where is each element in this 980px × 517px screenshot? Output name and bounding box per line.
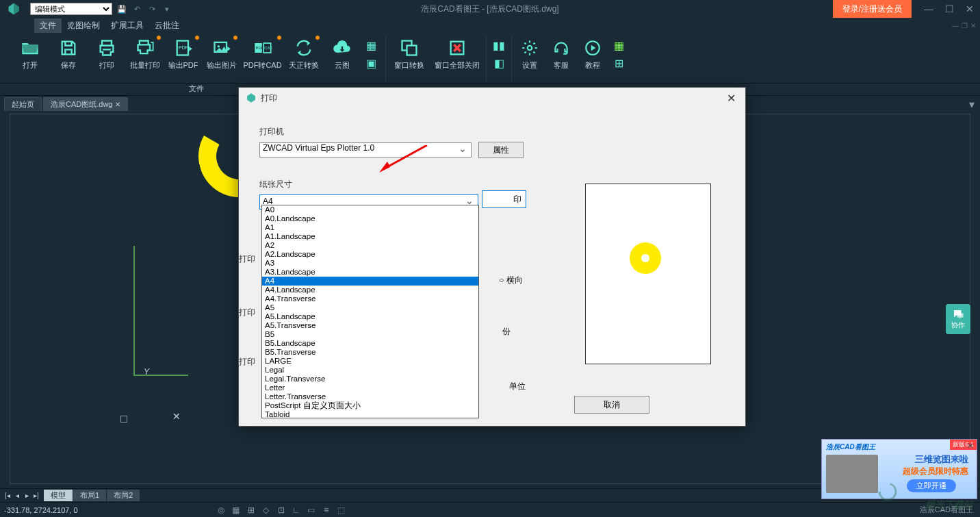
ribbon-export-image[interactable]: 输出图片 xyxy=(203,36,240,73)
printer-section-label: 打印机 xyxy=(259,126,725,138)
promo-subline: 超级会员限时特惠 xyxy=(903,466,968,477)
status-osnap-icon[interactable]: ⊡ xyxy=(275,504,287,516)
dd-item[interactable]: A5.Transverse xyxy=(262,321,478,330)
dd-item[interactable]: A0 xyxy=(262,205,478,214)
dd-item[interactable]: PostScript 自定义页面大小 xyxy=(262,401,478,410)
layout-tab-1[interactable]: 布局1 xyxy=(73,490,106,501)
dd-item[interactable]: Legal xyxy=(262,366,478,375)
menu-ext-tools[interactable]: 扩展工具 xyxy=(105,18,149,33)
ribbon-pdf-to-cad[interactable]: PDFCADPDF转CAD xyxy=(242,36,284,73)
status-sel-icon[interactable]: ⬚ xyxy=(335,504,348,516)
status-dyn-icon[interactable]: ▭ xyxy=(305,504,318,516)
copies-label: 份 xyxy=(502,326,511,338)
dd-item[interactable]: A2 xyxy=(262,241,478,250)
ribbon-tianzheng[interactable]: 天正转换 xyxy=(285,36,322,73)
ok-button-partial[interactable]: 印 xyxy=(482,190,526,208)
chat-icon xyxy=(952,308,964,320)
dd-item[interactable]: Letter xyxy=(262,383,478,392)
ribbon-settings[interactable]: 设置 xyxy=(515,36,545,73)
qat-dropdown-icon[interactable]: ▾ xyxy=(162,3,172,14)
ribbon-save[interactable]: 保存 xyxy=(50,36,87,73)
sub-minimize-icon[interactable]: — xyxy=(952,22,959,29)
qat-undo-icon[interactable]: ↶ xyxy=(131,3,142,14)
dd-item[interactable]: A1.Landscape xyxy=(262,232,478,241)
printer-select[interactable]: ZWCAD Virtual Eps Plotter 1.0 xyxy=(259,142,472,157)
dd-item[interactable]: A3.Landscape xyxy=(262,268,478,277)
ucs-x-mark: ✕ xyxy=(172,411,181,422)
layout-nav-first-icon[interactable]: |◂ xyxy=(3,491,12,501)
float-collab-button[interactable]: 协作 xyxy=(946,304,970,334)
ribbon-window-switch[interactable]: 窗口转换 xyxy=(389,36,430,72)
menu-file[interactable]: 文件 xyxy=(34,18,62,33)
sub-close-icon[interactable]: ✕ xyxy=(970,22,976,29)
layout-nav-prev-icon[interactable]: ◂ xyxy=(12,491,22,501)
layout-tab-2[interactable]: 布局2 xyxy=(107,490,140,501)
doc-tab-file[interactable]: 浩辰CAD图纸.dwg✕ xyxy=(43,97,128,111)
svg-text:PDF: PDF xyxy=(179,45,188,50)
ribbon-cloud[interactable]: 云图 xyxy=(324,36,361,73)
dd-item[interactable]: Legal.Transverse xyxy=(262,375,478,383)
qat-save-icon[interactable]: 💾 xyxy=(116,3,127,14)
layout-nav-last-icon[interactable]: ▸| xyxy=(31,491,41,501)
ribbon-apps-icon[interactable]: ⊞ xyxy=(612,56,626,70)
dd-item[interactable]: B5.Landscape xyxy=(262,339,478,348)
status-grid-icon[interactable]: ▦ xyxy=(230,504,242,516)
dd-item[interactable]: A2.Landscape xyxy=(262,250,478,259)
promo-close-icon[interactable]: ✕ xyxy=(967,441,974,451)
ribbon-close-all[interactable]: 窗口全部关闭 xyxy=(431,36,483,72)
status-lwt-icon[interactable]: ≡ xyxy=(320,504,333,516)
dd-item[interactable]: LARGE xyxy=(262,357,478,366)
ribbon-open[interactable]: 打开 xyxy=(12,36,49,73)
promo-headline: 三维览图来啦 xyxy=(915,453,968,466)
dd-item[interactable]: A4.Transverse xyxy=(262,294,478,303)
dd-item[interactable]: A3 xyxy=(262,259,478,268)
minimize-icon[interactable]: — xyxy=(918,0,939,18)
printer-properties-button[interactable]: 属性 xyxy=(478,142,524,158)
dialog-close-button[interactable]: ✕ xyxy=(724,92,738,105)
ribbon-batch-print[interactable]: 批量打印 xyxy=(127,36,164,73)
layout-nav-next-icon[interactable]: ▸ xyxy=(22,491,31,501)
dd-item[interactable]: A5 xyxy=(262,303,478,312)
svg-marker-14 xyxy=(379,162,390,173)
close-icon[interactable]: ✕ xyxy=(959,0,980,18)
ribbon-print[interactable]: 打印 xyxy=(88,36,125,73)
menu-cloud-annot[interactable]: 云批注 xyxy=(149,18,185,33)
pause-bot-icon[interactable]: ◧ xyxy=(492,56,506,70)
mode-select[interactable]: 编辑模式 xyxy=(30,3,112,15)
ribbon-tutorial[interactable]: 教程 xyxy=(578,36,608,73)
dd-item[interactable]: A4.Landscape xyxy=(262,286,478,294)
dd-item[interactable]: B5.Transverse xyxy=(262,348,478,357)
dd-item[interactable]: A5.Landscape xyxy=(262,312,478,321)
promo-cta-button[interactable]: 立即开通 xyxy=(907,479,956,492)
status-track-icon[interactable]: ∟ xyxy=(290,504,302,516)
print-section-2: 打印 xyxy=(239,307,255,318)
orientation-radio[interactable]: ○ 横向 xyxy=(499,275,523,286)
ribbon-misc-icon[interactable]: ▣ xyxy=(365,56,378,70)
dd-item[interactable]: B5 xyxy=(262,330,478,339)
dd-item[interactable]: A0.Landscape xyxy=(262,214,478,223)
sub-restore-icon[interactable]: ❐ xyxy=(962,22,968,29)
ribbon-grid-icon[interactable]: ▦ xyxy=(612,38,626,52)
cancel-button[interactable]: 取消 xyxy=(574,396,649,414)
dd-item[interactable]: Tabloid xyxy=(262,410,478,418)
maximize-icon[interactable]: ☐ xyxy=(939,0,959,18)
ribbon-new-icon[interactable]: ▦ xyxy=(365,38,378,52)
tab-list-dropdown-icon[interactable]: ▾ xyxy=(964,98,980,111)
dd-item[interactable]: A1 xyxy=(262,223,478,232)
status-snap-icon[interactable]: ◎ xyxy=(215,504,227,516)
status-polar-icon[interactable]: ◇ xyxy=(260,504,272,516)
menu-view-draw[interactable]: 览图绘制 xyxy=(62,18,105,33)
pause-top-icon[interactable]: ▮▮ xyxy=(492,38,506,52)
layout-tab-model[interactable]: 模型 xyxy=(44,490,73,501)
doc-tab-start[interactable]: 起始页 xyxy=(4,97,42,111)
close-all-icon xyxy=(446,37,468,59)
tab-close-icon[interactable]: ✕ xyxy=(115,101,120,108)
ribbon-export-pdf[interactable]: PDF输出PDF xyxy=(165,36,202,73)
login-button[interactable]: 登录/注册送会员 xyxy=(833,0,912,18)
dd-item[interactable]: Letter.Transverse xyxy=(262,392,478,401)
status-ortho-icon[interactable]: ⊞ xyxy=(245,504,257,516)
ribbon-service[interactable]: 客服 xyxy=(546,36,576,73)
paper-size-dropdown[interactable]: A0 A0.Landscape A1 A1.Landscape A2 A2.La… xyxy=(261,205,479,418)
qat-redo-icon[interactable]: ↷ xyxy=(146,3,157,14)
dd-item-selected[interactable]: A4 xyxy=(262,277,478,286)
